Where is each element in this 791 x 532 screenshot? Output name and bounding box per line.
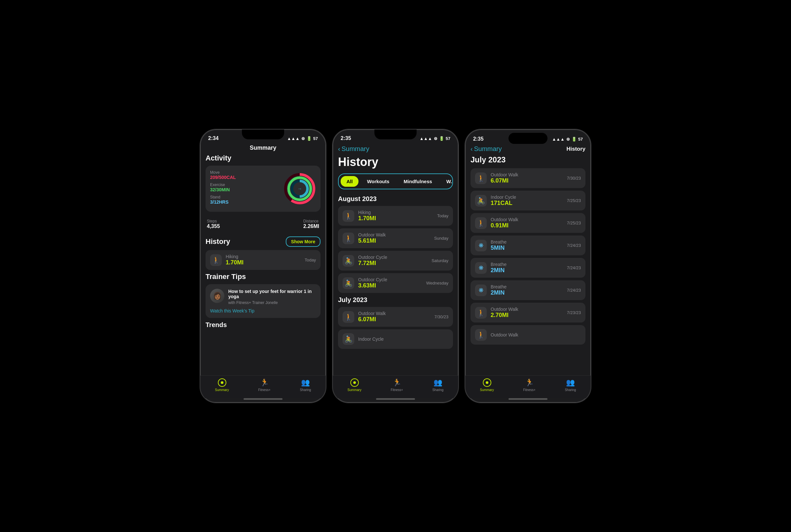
page-title-2: History [338, 155, 453, 169]
list-item[interactable]: ❋ Breathe 5MIN 7/24/23 [470, 235, 585, 255]
workout-info-2e: Outdoor Walk 6.07MI [358, 311, 430, 323]
trainer-tips-card[interactable]: 👩🏾 How to set up your feet for warrior 1… [206, 284, 321, 318]
trainer-tips-title: Trainer Tips [206, 272, 321, 281]
scene: 2:34 ▲▲▲ ⊜ 🔋 57 Summary Activity Move [190, 119, 601, 413]
filter-w[interactable]: W... [441, 176, 453, 187]
activity-title: Activity [206, 154, 321, 163]
workout-info-2f: Indoor Cycle [358, 337, 445, 342]
home-indicator-2 [376, 398, 415, 400]
tab-fitnessplus-1[interactable]: 🏃 Fitness+ [258, 378, 270, 392]
phone-3: 2:35 ▲▲▲ ⊜ 🔋 57 ‹ Summary History [465, 129, 591, 403]
workout-value-3a: 6.07MI [490, 177, 563, 184]
watch-tip-link[interactable]: Watch this Week's Tip [210, 308, 316, 314]
workout-date-3g: 7/23/23 [567, 310, 581, 315]
activity-card: Move 209/500CAL Exercise 32/30MIN Stand … [206, 166, 321, 212]
workout-value-3b: 171CAL [490, 200, 563, 207]
trends-header: Trends [206, 321, 321, 329]
list-item[interactable]: 🚴 Indoor Cycle [338, 329, 453, 349]
tab-summary-2[interactable]: Summary [347, 378, 361, 392]
home-indicator-1 [244, 398, 283, 400]
tab-fitnessplus-3[interactable]: 🏃 Fitness+ [523, 378, 536, 392]
tab-sharing-3[interactable]: 👥 Sharing [565, 378, 576, 392]
tab-sharing-2[interactable]: 👥 Sharing [432, 378, 443, 392]
workout-date-3c: 7/25/23 [567, 221, 581, 225]
list-item[interactable]: 🚶 Outdoor Walk 6.07MI 7/30/23 [470, 168, 585, 188]
list-item[interactable]: 🚶 Hiking 1.70MI Today [338, 206, 453, 226]
move-label: Move [210, 170, 284, 175]
activity-stats: Move 209/500CAL Exercise 32/30MIN Stand … [210, 170, 284, 207]
workout-name-3c: Outdoor Walk [490, 217, 563, 222]
workout-date: Today [305, 258, 316, 262]
phone-2: 2:35 ▲▲▲ ⊜ 🔋 57 ‹ Summary History All Wo… [332, 129, 459, 403]
status-icons-1: ▲▲▲ ⊜ 🔋 57 [287, 136, 318, 141]
steps-label: Steps [207, 219, 220, 224]
list-item[interactable]: 🚴 Indoor Cycle 171CAL 7/25/23 [470, 191, 585, 210]
summary-tab-label-2: Summary [347, 388, 361, 392]
workout-name-2e: Outdoor Walk [358, 311, 430, 316]
stand-row: Stand 3/12HRS [210, 195, 284, 205]
list-item[interactable]: 🚶 Outdoor Walk [470, 325, 585, 345]
activity-rings: → [284, 172, 316, 205]
list-item[interactable]: 🚶 Outdoor Walk 2.70MI 7/23/23 [470, 303, 585, 323]
workout-value-2b: 5.61MI [358, 238, 430, 244]
signal-icon-2: ▲▲▲ [420, 136, 432, 141]
summary-tab-label-3: Summary [480, 388, 494, 392]
dynamic-island-3 [508, 133, 547, 144]
tab-summary-1[interactable]: Summary [215, 378, 229, 392]
phone2-content[interactable]: ‹ Summary History All Workouts Mindfulne… [333, 144, 458, 376]
workout-info-3h: Outdoor Walk [490, 332, 577, 338]
fitnessplus-tab-label-2: Fitness+ [391, 388, 403, 392]
status-icons-3: ▲▲▲ ⊜ 🔋 57 [552, 137, 583, 141]
breathe-icon-3e: ❋ [475, 262, 487, 274]
workout-info-3g: Outdoor Walk 2.70MI [490, 307, 563, 319]
workout-date-2c: Saturday [431, 258, 448, 263]
workout-date-2a: Today [437, 213, 448, 218]
battery-icon-1: 🔋 [307, 136, 312, 141]
list-item[interactable]: 🚶 Outdoor Walk 5.61MI Sunday [338, 228, 453, 248]
battery-pct-3: 57 [578, 137, 583, 141]
nav-back-3[interactable]: ‹ Summary [470, 145, 502, 153]
tab-sharing-1[interactable]: 👥 Sharing [300, 378, 311, 392]
tip-title: How to set up your feet for warrior 1 in… [228, 289, 316, 299]
filter-all[interactable]: All [341, 176, 359, 187]
walk-icon-2e: 🚶 [343, 311, 354, 323]
walk-icon-2b: 🚶 [343, 232, 354, 244]
list-item[interactable]: ❋ Breathe 2MIN 7/24/23 [470, 258, 585, 278]
workout-date-2e: 7/30/23 [435, 315, 448, 319]
list-item[interactable]: ❋ Breathe 2MIN 7/24/23 [470, 280, 585, 300]
workout-value: 1.70MI [226, 259, 301, 266]
tab-summary-3[interactable]: Summary [480, 378, 494, 392]
time-3: 2:35 [473, 136, 483, 142]
workout-name: Hiking [226, 254, 301, 259]
workout-date-2b: Sunday [434, 236, 448, 241]
battery-icon-3: 🔋 [572, 137, 577, 141]
tip-subtitle: with Fitness+ Trainer Jonelle [228, 300, 316, 305]
filter-mindfulness[interactable]: Mindfulness [398, 176, 438, 187]
tab-bar-3: Summary 🏃 Fitness+ 👥 Sharing [465, 376, 591, 398]
phone3-content[interactable]: ‹ Summary History July 2023 🚶 Outdoor Wa… [465, 144, 591, 376]
list-item[interactable]: 🚶 Outdoor Walk 6.07MI 7/30/23 [338, 307, 453, 327]
walk-icon-3c: 🚶 [475, 217, 487, 229]
show-more-button[interactable]: Show More [286, 236, 321, 247]
sharing-tab-label-2: Sharing [432, 388, 443, 392]
workout-name-3g: Outdoor Walk [490, 307, 563, 312]
filter-workouts[interactable]: Workouts [361, 176, 395, 187]
phone1-content[interactable]: Activity Move 209/500CAL Exercise 32/30M… [200, 154, 326, 376]
workout-date-3b: 7/25/23 [567, 198, 581, 203]
history-item-hiking[interactable]: 🚶 Hiking 1.70MI Today [206, 250, 321, 270]
workout-name-2d: Outdoor Cycle [358, 277, 422, 282]
fitnessplus-tab-label-3: Fitness+ [523, 388, 536, 392]
list-item[interactable]: 🚴 Outdoor Cycle 7.72MI Saturday [338, 251, 453, 270]
workout-name-3e: Breathe [490, 262, 563, 267]
tab-fitnessplus-2[interactable]: 🏃 Fitness+ [391, 378, 403, 392]
workout-info: Hiking 1.70MI [226, 254, 301, 266]
wifi-icon-3: ⊜ [566, 137, 570, 141]
list-item[interactable]: 🚶 Outdoor Walk 0.91MI 7/25/23 [470, 213, 585, 233]
workout-info-2a: Hiking 1.70MI [358, 210, 433, 222]
nav-back-2[interactable]: ‹ Summary [338, 144, 453, 155]
wifi-icon-1: ⊜ [301, 136, 305, 141]
stand-value: 3/12HRS [210, 200, 284, 205]
workout-name-3h: Outdoor Walk [490, 332, 577, 338]
list-item[interactable]: 🚴 Outdoor Cycle 3.63MI Wednesday [338, 273, 453, 293]
workout-info-3e: Breathe 2MIN [490, 262, 563, 274]
